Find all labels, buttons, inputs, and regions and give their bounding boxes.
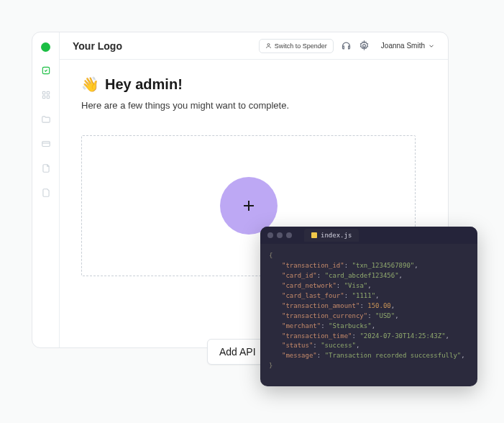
code-editor-window: index.js { "transaction_id": "txn_123456…	[260, 227, 477, 386]
sidebar-card-icon[interactable]	[40, 138, 52, 150]
switch-role-label: Switch to Spender	[275, 42, 327, 50]
headset-icon[interactable]	[341, 40, 352, 51]
chevron-down-icon	[428, 42, 435, 50]
svg-rect-3	[42, 96, 45, 99]
status-indicator-icon	[41, 42, 50, 52]
file-tab-label: index.js	[321, 232, 352, 239]
traffic-light-icon[interactable]	[277, 232, 283, 238]
user-name: Joanna Smith	[381, 42, 425, 50]
traffic-light-icon[interactable]	[286, 232, 292, 238]
traffic-light-icon[interactable]	[267, 232, 273, 238]
code-line: "message": "Transaction recorded success…	[269, 351, 469, 361]
svg-point-7	[362, 45, 365, 47]
sidebar-dashboard-icon[interactable]	[40, 65, 52, 76]
top-bar: Your Logo Switch to Spender Joanna Smith	[60, 32, 448, 60]
sidebar	[32, 32, 60, 347]
sidebar-folder-icon[interactable]	[40, 114, 52, 125]
window-controls: index.js	[260, 227, 477, 244]
add-api-button[interactable]: Add API	[207, 339, 268, 365]
page-title: Hey admin!	[105, 76, 183, 93]
code-body: { "transaction_id": "txn_1234567890","ca…	[260, 244, 477, 378]
gear-icon[interactable]	[359, 40, 370, 51]
sidebar-document-icon[interactable]	[40, 163, 52, 174]
code-line: "status": "success",	[269, 341, 469, 351]
code-line: "transaction_time": "2024-07-30T14:25:43…	[269, 332, 469, 342]
file-tab[interactable]: index.js	[304, 229, 359, 242]
code-line: "merchant": "Starbucks",	[269, 322, 469, 332]
sidebar-page-icon[interactable]	[40, 187, 52, 199]
svg-rect-4	[47, 96, 50, 99]
svg-point-6	[267, 44, 270, 46]
code-line: "card_last_four": "1111",	[269, 291, 469, 301]
code-line: "transaction_currency": "USD",	[269, 311, 469, 322]
code-line: "card_network": "Visa",	[269, 281, 469, 291]
sidebar-apps-icon[interactable]	[40, 89, 52, 101]
svg-rect-2	[47, 91, 50, 94]
switch-role-button[interactable]: Switch to Spender	[259, 39, 334, 53]
wave-icon: 👋	[81, 76, 99, 93]
page-subtitle: Here are a few things you might want to …	[81, 100, 426, 111]
svg-rect-1	[42, 91, 45, 94]
code-line: "transaction_amount": 150.00,	[269, 301, 469, 311]
code-line: "transaction_id": "txn_1234567890",	[269, 261, 469, 271]
add-circle-button[interactable]	[220, 177, 278, 235]
svg-rect-5	[42, 142, 50, 147]
code-line: "card_id": "card_abcdef123456",	[269, 271, 469, 281]
user-icon	[265, 42, 272, 49]
user-menu[interactable]: Joanna Smith	[381, 42, 435, 50]
js-file-icon	[311, 232, 317, 238]
logo-text: Your Logo	[73, 40, 252, 52]
plus-icon	[240, 197, 257, 214]
greeting-row: 👋 Hey admin!	[81, 76, 426, 93]
